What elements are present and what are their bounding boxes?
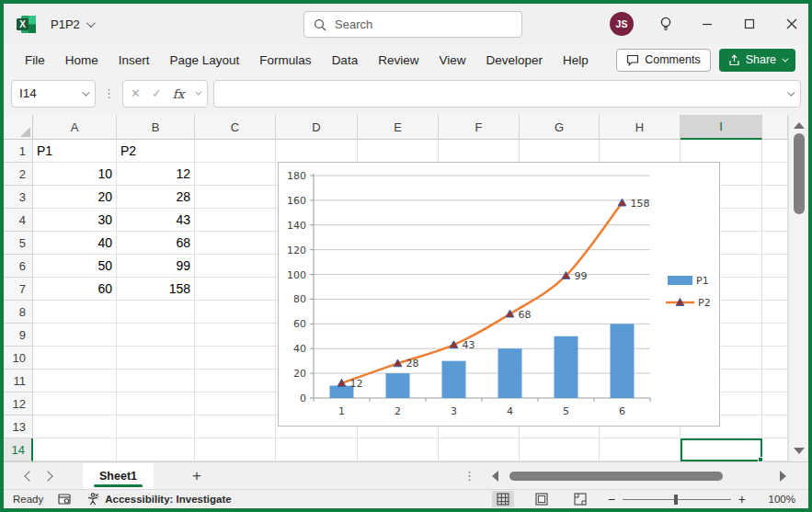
ribbon-tab-formulas[interactable]: Formulas <box>249 48 321 73</box>
selected-cell-outline[interactable] <box>680 438 762 461</box>
scroll-left-arrow[interactable] <box>492 471 498 482</box>
cell-B14[interactable] <box>117 438 195 461</box>
row-header-11[interactable]: 11 <box>4 370 33 393</box>
ribbon-tab-insert[interactable]: Insert <box>109 48 160 73</box>
zoom-in-button[interactable]: + <box>738 492 746 506</box>
cell-A11[interactable] <box>33 370 117 393</box>
enter-formula-button[interactable]: ✓ <box>152 86 162 100</box>
vertical-scrollbar-thumb[interactable] <box>794 133 805 214</box>
column-header-H[interactable]: H <box>600 115 680 140</box>
cell-C4[interactable] <box>195 209 276 232</box>
horizontal-scrollbar-thumb[interactable] <box>509 472 723 481</box>
row-header-5[interactable]: 5 <box>4 232 33 255</box>
bar-P1-2[interactable] <box>386 373 410 398</box>
column-header-F[interactable]: F <box>439 115 520 140</box>
select-all-corner[interactable] <box>4 115 33 140</box>
cell-G1[interactable] <box>520 140 600 163</box>
share-button[interactable]: Share <box>719 49 795 72</box>
insert-function-button[interactable]: fx <box>173 86 185 101</box>
row-header-10[interactable]: 10 <box>4 347 33 370</box>
cell-H14[interactable] <box>600 438 680 461</box>
cell-A10[interactable] <box>33 347 117 370</box>
comments-button[interactable]: Comments <box>616 49 710 72</box>
cell-B13[interactable] <box>117 415 195 438</box>
cell-B8[interactable] <box>117 301 195 324</box>
cell-G14[interactable] <box>520 438 600 461</box>
cell-C6[interactable] <box>195 255 276 278</box>
cell-C7[interactable] <box>195 278 276 301</box>
next-sheet-arrow[interactable] <box>42 471 52 481</box>
fill-handle[interactable] <box>758 457 763 462</box>
close-button[interactable] <box>783 15 801 33</box>
row-header-2[interactable]: 2 <box>4 163 33 186</box>
zoom-level[interactable]: 100% <box>762 494 795 505</box>
macro-record-icon[interactable] <box>58 493 72 506</box>
cell-A8[interactable] <box>33 301 117 324</box>
ribbon-tab-developer[interactable]: Developer <box>475 48 553 73</box>
cell-B3[interactable]: 28 <box>117 186 195 209</box>
cell-E1[interactable] <box>358 140 439 163</box>
minimize-button[interactable] <box>698 15 716 33</box>
cell-B6[interactable]: 99 <box>117 255 195 278</box>
column-header-B[interactable]: B <box>117 115 195 140</box>
row-header-12[interactable]: 12 <box>4 393 33 415</box>
search-bar[interactable] <box>303 11 522 38</box>
accessibility-status[interactable]: Accessibility: Investigate <box>86 493 231 506</box>
row-header-9[interactable]: 9 <box>4 324 33 347</box>
cell-C12[interactable] <box>195 393 276 415</box>
cell-E14[interactable] <box>358 438 439 461</box>
legend-label-P1[interactable]: P1 <box>696 275 709 287</box>
horizontal-scrollbar[interactable] <box>508 471 771 482</box>
cell-A7[interactable]: 60 <box>33 278 117 301</box>
cell-B5[interactable]: 68 <box>117 232 195 255</box>
cell-B10[interactable] <box>117 347 195 370</box>
ribbon-tab-data[interactable]: Data <box>322 48 369 73</box>
add-sheet-button[interactable]: + <box>192 467 201 485</box>
cell-C3[interactable] <box>195 186 276 209</box>
previous-sheet-arrow[interactable] <box>24 471 34 481</box>
cell-A4[interactable]: 30 <box>33 209 117 232</box>
sheet-tab-sheet1[interactable]: Sheet1 <box>83 463 154 489</box>
cell-F14[interactable] <box>439 438 520 461</box>
embedded-chart[interactable]: 0204060801001201401601801234561228436899… <box>278 162 720 427</box>
scroll-down-arrow[interactable] <box>794 448 805 454</box>
page-layout-view-button[interactable] <box>531 491 553 507</box>
page-break-preview-button[interactable] <box>569 491 591 507</box>
zoom-slider[interactable]: − + <box>608 492 746 506</box>
row-header-14[interactable]: 14 <box>4 438 33 461</box>
marker-triangle-icon[interactable] <box>618 199 626 206</box>
name-box[interactable]: I14 <box>11 80 96 108</box>
cell-B4[interactable]: 43 <box>117 209 195 232</box>
cell-B7[interactable]: 158 <box>117 278 195 301</box>
ribbon-tab-home[interactable]: Home <box>55 48 109 73</box>
column-header-D[interactable]: D <box>276 115 358 140</box>
row-header-4[interactable]: 4 <box>4 209 33 232</box>
cell-A9[interactable] <box>33 324 117 347</box>
cell-A3[interactable]: 20 <box>33 186 117 209</box>
cell-I1[interactable] <box>680 140 762 163</box>
bar-P1-5[interactable] <box>555 336 578 398</box>
zoom-slider-track[interactable] <box>623 499 731 500</box>
formula-bar-expand-chevron-icon[interactable] <box>787 88 795 96</box>
column-header-E[interactable]: E <box>358 115 439 140</box>
cell-C11[interactable] <box>195 370 276 393</box>
cancel-formula-button[interactable]: ✕ <box>131 86 141 100</box>
legend-label-P2[interactable]: P2 <box>698 297 711 309</box>
cell-A2[interactable]: 10 <box>33 163 117 186</box>
cell-B2[interactable]: 12 <box>117 163 195 186</box>
ribbon-tab-review[interactable]: Review <box>368 48 429 73</box>
cell-C13[interactable] <box>195 415 276 438</box>
cell-C1[interactable] <box>195 140 276 163</box>
bar-P1-6[interactable] <box>611 324 635 398</box>
ribbon-tab-page-layout[interactable]: Page Layout <box>160 48 250 73</box>
cell-D14[interactable] <box>276 438 358 461</box>
ribbon-tab-view[interactable]: View <box>429 48 475 73</box>
excel-app-icon[interactable]: X <box>17 14 38 35</box>
bar-P1-3[interactable] <box>442 361 466 398</box>
tab-scroll-divider-dots[interactable]: ⋮ <box>463 469 475 483</box>
cell-B11[interactable] <box>117 370 195 393</box>
zoom-out-button[interactable]: − <box>608 492 615 506</box>
user-avatar[interactable]: JS <box>610 12 634 36</box>
search-input[interactable] <box>335 17 482 31</box>
ribbon-tab-file[interactable]: File <box>15 48 55 73</box>
